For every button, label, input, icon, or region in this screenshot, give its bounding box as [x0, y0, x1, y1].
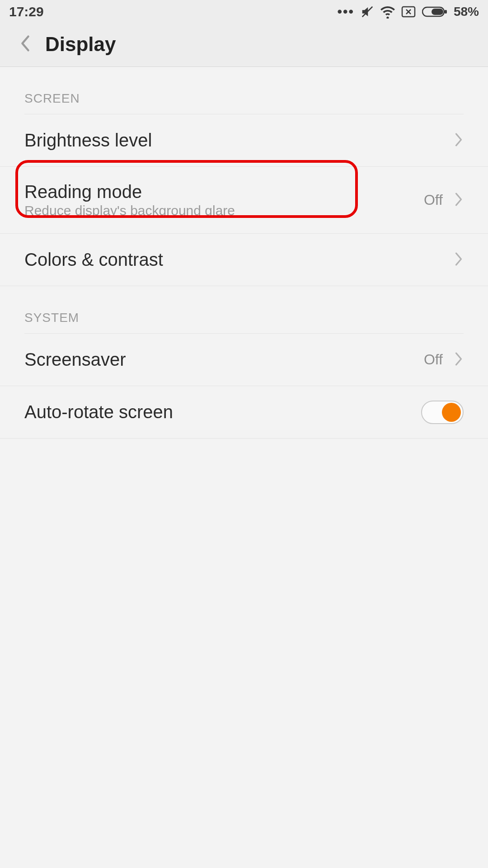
- row-subtitle: Reduce display's background glare: [24, 203, 235, 218]
- row-title: Screensaver: [24, 349, 126, 370]
- status-icons: •••: [337, 4, 479, 19]
- more-dots-icon: •••: [337, 4, 354, 19]
- row-screensaver[interactable]: Screensaver Off: [0, 334, 488, 386]
- page-title: Display: [45, 33, 116, 56]
- svg-rect-6: [432, 9, 443, 15]
- chevron-right-icon: [454, 131, 464, 150]
- section-header-screen: SCREEN: [0, 67, 488, 114]
- row-value: Off: [424, 192, 443, 208]
- battery-percent: 58%: [454, 5, 479, 19]
- mute-icon: [361, 5, 374, 19]
- status-bar: 17:29 •••: [0, 0, 488, 24]
- row-reading-mode[interactable]: Reading mode Reduce display's background…: [0, 167, 488, 234]
- svg-rect-5: [445, 10, 447, 14]
- row-colors-contrast[interactable]: Colors & contrast: [0, 234, 488, 286]
- row-value: Off: [424, 351, 443, 368]
- auto-rotate-toggle[interactable]: [421, 401, 464, 424]
- row-title: Auto-rotate screen: [24, 402, 173, 422]
- row-title: Colors & contrast: [24, 250, 163, 270]
- battery-icon: [422, 6, 447, 18]
- status-time: 17:29: [9, 4, 44, 19]
- row-title: Brightness level: [24, 130, 152, 151]
- section-header-system: SYSTEM: [0, 286, 488, 333]
- chevron-right-icon: [454, 191, 464, 210]
- settings-content: SCREEN Brightness level Reading mode Red…: [0, 67, 488, 439]
- row-auto-rotate[interactable]: Auto-rotate screen: [0, 386, 488, 439]
- wifi-icon: [380, 5, 395, 19]
- chevron-right-icon: [454, 250, 464, 269]
- chevron-right-icon: [454, 350, 464, 369]
- back-icon[interactable]: [19, 33, 32, 55]
- app-header: Display: [0, 24, 488, 67]
- row-title: Reading mode: [24, 182, 235, 202]
- toggle-knob: [442, 403, 461, 422]
- no-sim-icon: [401, 6, 416, 18]
- row-brightness-level[interactable]: Brightness level: [0, 114, 488, 167]
